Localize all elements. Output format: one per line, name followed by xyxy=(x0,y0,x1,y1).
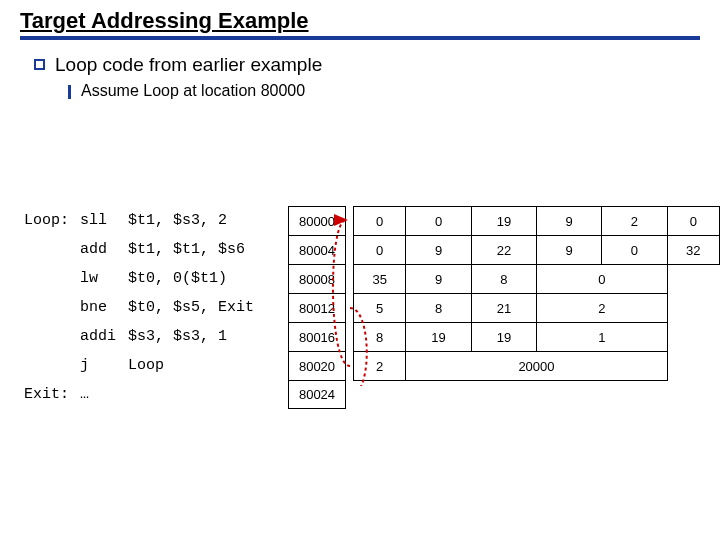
address-cell: 80024 xyxy=(288,380,346,409)
code-row: j Loop 80020 xyxy=(24,351,346,380)
enc-cell: 2 xyxy=(354,352,406,381)
mnemonic: … xyxy=(80,386,128,403)
address-cell: 80000 xyxy=(288,206,346,235)
label: Loop: xyxy=(24,212,80,229)
enc-cell: 8 xyxy=(406,294,471,323)
code-row: lw $t0, 0($t1) 80008 xyxy=(24,264,346,293)
encoding-table: 0 0 19 9 2 0 0 9 22 9 0 32 35 9 8 0 5 8 … xyxy=(353,206,720,381)
address-cell: 80016 xyxy=(288,322,346,351)
operands: Loop xyxy=(128,357,288,374)
code-row: bne $t0, $s5, Exit 80012 xyxy=(24,293,346,322)
mnemonic: bne xyxy=(80,299,128,316)
enc-cell: 0 xyxy=(537,265,668,294)
enc-cell: 1 xyxy=(537,323,668,352)
enc-cell: 8 xyxy=(471,265,536,294)
code-row: add $t1, $t1, $s6 80004 xyxy=(24,235,346,264)
enc-cell: 8 xyxy=(354,323,406,352)
enc-cell: 0 xyxy=(354,236,406,265)
enc-cell: 9 xyxy=(406,265,471,294)
label: Exit: xyxy=(24,386,80,403)
table-row: 0 9 22 9 0 32 xyxy=(354,236,720,265)
bar-bullet-icon xyxy=(68,85,71,99)
enc-cell: 9 xyxy=(537,207,602,236)
enc-cell: 0 xyxy=(406,207,471,236)
code-row: Loop: sll $t1, $s3, 2 80000 xyxy=(24,206,346,235)
bullet-level-1: Loop code from earlier example xyxy=(34,54,700,76)
enc-cell: 2 xyxy=(537,294,668,323)
enc-cell: 35 xyxy=(354,265,406,294)
enc-cell: 5 xyxy=(354,294,406,323)
enc-cell: 20000 xyxy=(406,352,667,381)
operands: $t1, $s3, 2 xyxy=(128,212,288,229)
enc-cell: 22 xyxy=(471,236,536,265)
operands: $s3, $s3, 1 xyxy=(128,328,288,345)
enc-cell: 19 xyxy=(471,207,536,236)
table-row: 8 19 19 1 xyxy=(354,323,720,352)
slide-title: Target Addressing Example xyxy=(20,8,700,40)
enc-cell: 19 xyxy=(406,323,471,352)
enc-cell: 9 xyxy=(537,236,602,265)
address-cell: 80008 xyxy=(288,264,346,293)
mnemonic: lw xyxy=(80,270,128,287)
square-bullet-icon xyxy=(34,59,45,70)
table-row: 5 8 21 2 xyxy=(354,294,720,323)
enc-cell: 21 xyxy=(471,294,536,323)
enc-cell: 0 xyxy=(667,207,719,236)
assembly-listing: Loop: sll $t1, $s3, 2 80000 add $t1, $t1… xyxy=(24,206,346,409)
enc-cell: 0 xyxy=(602,236,667,265)
bullet-2-text: Assume Loop at location 80000 xyxy=(81,82,305,100)
bullet-level-2: Assume Loop at location 80000 xyxy=(68,82,700,100)
enc-cell: 32 xyxy=(667,236,719,265)
address-cell: 80004 xyxy=(288,235,346,264)
operands: $t0, $s5, Exit xyxy=(128,299,288,316)
table-row: 2 20000 xyxy=(354,352,720,381)
mnemonic: j xyxy=(80,357,128,374)
enc-cell: 0 xyxy=(354,207,406,236)
operands: $t0, 0($t1) xyxy=(128,270,288,287)
mnemonic: addi xyxy=(80,328,128,345)
bullet-1-text: Loop code from earlier example xyxy=(55,54,322,76)
code-row: Exit: … 80024 xyxy=(24,380,346,409)
table-row: 0 0 19 9 2 0 xyxy=(354,207,720,236)
operands: $t1, $t1, $s6 xyxy=(128,241,288,258)
code-row: addi $s3, $s3, 1 80016 xyxy=(24,322,346,351)
address-cell: 80020 xyxy=(288,351,346,380)
enc-cell: 2 xyxy=(602,207,667,236)
mnemonic: add xyxy=(80,241,128,258)
enc-cell: 9 xyxy=(406,236,471,265)
table-row: 35 9 8 0 xyxy=(354,265,720,294)
enc-cell: 19 xyxy=(471,323,536,352)
mnemonic: sll xyxy=(80,212,128,229)
address-cell: 80012 xyxy=(288,293,346,322)
